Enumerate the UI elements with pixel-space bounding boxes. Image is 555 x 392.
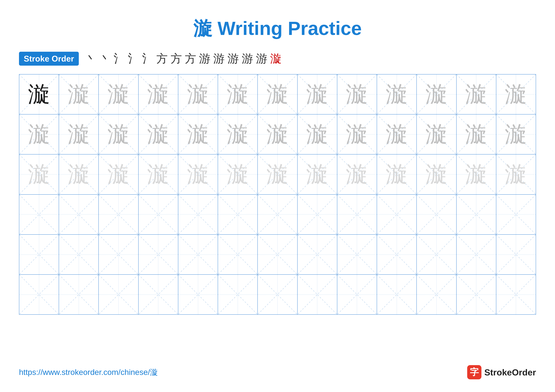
practice-char-2-10: 漩: [417, 155, 456, 194]
grid-cell-4-0[interactable]: [19, 235, 59, 274]
grid-cell-3-4[interactable]: [178, 195, 218, 234]
grid-cell-3-3[interactable]: [139, 195, 178, 234]
grid-cell-4-8[interactable]: [337, 235, 377, 274]
practice-char-0-5: 漩: [218, 74, 257, 114]
practice-char-2-7: 漩: [298, 155, 337, 194]
stroke-step-5: 方: [156, 51, 168, 66]
grid-cell-5-11[interactable]: [457, 275, 496, 314]
grid-cell-0-4[interactable]: 漩: [178, 74, 218, 114]
grid-cell-2-6[interactable]: 漩: [258, 155, 297, 194]
practice-char-0-1: 漩: [59, 74, 98, 114]
grid-cell-4-7[interactable]: [298, 235, 337, 274]
grid-cell-4-9[interactable]: [377, 235, 417, 274]
grid-cell-0-9[interactable]: 漩: [377, 74, 417, 114]
grid-cell-1-10[interactable]: 漩: [417, 114, 456, 154]
grid-cell-5-8[interactable]: [337, 275, 377, 314]
practice-char-1-8: 漩: [337, 114, 377, 154]
grid-cell-3-9[interactable]: [377, 195, 417, 234]
grid-cell-3-0[interactable]: [19, 195, 59, 234]
grid-cell-0-11[interactable]: 漩: [457, 74, 496, 114]
grid-cell-1-7[interactable]: 漩: [298, 114, 337, 154]
practice-char-1-10: 漩: [417, 114, 456, 154]
practice-char-2-0: 漩: [19, 155, 59, 194]
grid-cell-4-1[interactable]: [59, 235, 99, 274]
grid-row-4: [19, 235, 536, 275]
grid-cell-4-3[interactable]: [139, 235, 178, 274]
grid-cell-5-5[interactable]: [218, 275, 258, 314]
practice-char-2-5: 漩: [218, 155, 257, 194]
grid-cell-5-0[interactable]: [19, 275, 59, 314]
grid-cell-3-1[interactable]: [59, 195, 99, 234]
grid-cell-3-2[interactable]: [99, 195, 139, 234]
grid-cell-2-5[interactable]: 漩: [218, 155, 258, 194]
grid-cell-0-10[interactable]: 漩: [417, 74, 456, 114]
grid-cell-5-3[interactable]: [139, 275, 178, 314]
grid-cell-3-5[interactable]: [218, 195, 258, 234]
footer-url[interactable]: https://www.strokeorder.com/chinese/漩: [19, 367, 158, 378]
practice-char-2-1: 漩: [59, 155, 98, 194]
grid-cell-0-8[interactable]: 漩: [337, 74, 377, 114]
grid-cell-4-2[interactable]: [99, 235, 139, 274]
grid-cell-1-12[interactable]: 漩: [496, 114, 536, 154]
grid-cell-2-7[interactable]: 漩: [298, 155, 337, 194]
grid-cell-0-7[interactable]: 漩: [298, 74, 337, 114]
grid-cell-1-4[interactable]: 漩: [178, 114, 218, 154]
grid-cell-3-6[interactable]: [258, 195, 297, 234]
grid-cell-0-5[interactable]: 漩: [218, 74, 258, 114]
stroke-order-badge: Stroke Order: [19, 52, 79, 66]
grid-cell-2-12[interactable]: 漩: [496, 155, 536, 194]
grid-cell-1-11[interactable]: 漩: [457, 114, 496, 154]
grid-cell-1-5[interactable]: 漩: [218, 114, 258, 154]
stroke-step-7: 方: [185, 51, 196, 66]
stroke-step-6: 方: [171, 51, 182, 66]
practice-char-0-4: 漩: [178, 74, 218, 114]
grid-cell-2-1[interactable]: 漩: [59, 155, 99, 194]
grid-cell-5-10[interactable]: [417, 275, 456, 314]
grid-cell-5-6[interactable]: [258, 275, 297, 314]
grid-cell-4-12[interactable]: [496, 235, 536, 274]
grid-cell-0-1[interactable]: 漩: [59, 74, 99, 114]
practice-char-0-6: 漩: [258, 74, 297, 114]
grid-cell-4-6[interactable]: [258, 235, 297, 274]
grid-cell-1-6[interactable]: 漩: [258, 114, 297, 154]
grid-cell-4-5[interactable]: [218, 235, 258, 274]
grid-cell-2-9[interactable]: 漩: [377, 155, 417, 194]
grid-cell-2-8[interactable]: 漩: [337, 155, 377, 194]
grid-cell-3-11[interactable]: [457, 195, 496, 234]
grid-cell-0-6[interactable]: 漩: [258, 74, 297, 114]
grid-cell-5-2[interactable]: [99, 275, 139, 314]
grid-cell-1-0[interactable]: 漩: [19, 114, 59, 154]
practice-char-0-7: 漩: [298, 74, 337, 114]
grid-cell-5-7[interactable]: [298, 275, 337, 314]
grid-cell-1-8[interactable]: 漩: [337, 114, 377, 154]
grid-cell-1-2[interactable]: 漩: [99, 114, 139, 154]
grid-cell-1-9[interactable]: 漩: [377, 114, 417, 154]
practice-char-1-4: 漩: [178, 114, 218, 154]
grid-cell-5-1[interactable]: [59, 275, 99, 314]
grid-cell-2-10[interactable]: 漩: [417, 155, 456, 194]
grid-cell-2-3[interactable]: 漩: [139, 155, 178, 194]
grid-cell-3-8[interactable]: [337, 195, 377, 234]
grid-cell-3-10[interactable]: [417, 195, 456, 234]
grid-cell-3-7[interactable]: [298, 195, 337, 234]
grid-cell-1-3[interactable]: 漩: [139, 114, 178, 154]
stroke-step-1: 丶: [99, 51, 111, 66]
grid-cell-2-4[interactable]: 漩: [178, 155, 218, 194]
grid-cell-0-0[interactable]: 漩: [19, 74, 59, 114]
practice-char-1-3: 漩: [139, 114, 178, 154]
grid-cell-5-12[interactable]: [496, 275, 536, 314]
grid-cell-4-11[interactable]: [457, 235, 496, 274]
grid-cell-4-4[interactable]: [178, 235, 218, 274]
grid-cell-5-4[interactable]: [178, 275, 218, 314]
grid-cell-0-2[interactable]: 漩: [99, 74, 139, 114]
grid-cell-0-3[interactable]: 漩: [139, 74, 178, 114]
grid-cell-2-2[interactable]: 漩: [99, 155, 139, 194]
grid-cell-2-0[interactable]: 漩: [19, 155, 59, 194]
grid-cell-0-12[interactable]: 漩: [496, 74, 536, 114]
grid-cell-4-10[interactable]: [417, 235, 456, 274]
grid-cell-3-12[interactable]: [496, 195, 536, 234]
practice-char-0-3: 漩: [139, 74, 178, 114]
grid-cell-2-11[interactable]: 漩: [457, 155, 496, 194]
grid-cell-5-9[interactable]: [377, 275, 417, 314]
grid-cell-1-1[interactable]: 漩: [59, 114, 99, 154]
